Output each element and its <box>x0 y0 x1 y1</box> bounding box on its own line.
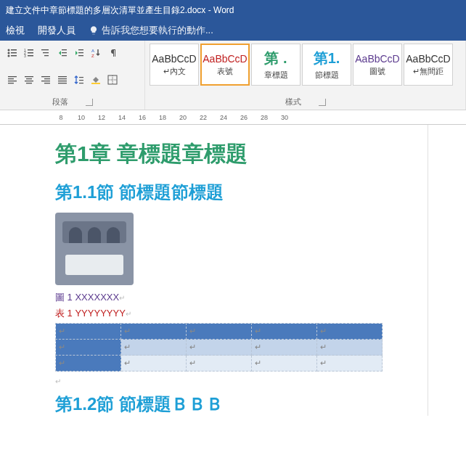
table-cell[interactable]: ↵ <box>187 340 252 356</box>
table-cell[interactable]: ↵ <box>187 324 252 340</box>
align-right-button[interactable] <box>38 72 54 88</box>
table-cell[interactable]: ↵ <box>252 340 317 356</box>
svg-rect-42 <box>91 83 100 84</box>
numbering-button[interactable]: 123 <box>21 45 37 61</box>
table-cell[interactable]: ↵ <box>56 324 121 340</box>
table-row: ↵↵↵↵↵ <box>56 340 383 356</box>
tell-me-search[interactable]: 告訴我您想要執行的動作... <box>89 24 213 37</box>
table-row: ↵↵↵↵↵ <box>56 356 383 372</box>
svg-rect-19 <box>78 52 83 53</box>
style-name: ↵無間距 <box>413 66 443 77</box>
svg-rect-26 <box>8 83 14 83</box>
ruler-tick: 10 <box>71 114 91 121</box>
svg-rect-40 <box>79 80 83 81</box>
image-placeholder[interactable] <box>55 213 134 285</box>
sort-button[interactable]: AZ <box>88 45 104 61</box>
style-tile-3[interactable]: 第1.節標題 <box>302 44 351 86</box>
styles-gallery[interactable]: AaBbCcD↵內文AaBbCcD表號第 .章標題第1.節標題AaBbCcD圖號… <box>148 42 462 87</box>
line-spacing-button[interactable] <box>71 72 87 88</box>
figure-caption[interactable]: 圖 1 XXXXXXX↵ <box>55 291 466 304</box>
table-cell[interactable]: ↵ <box>56 356 121 372</box>
align-left-button[interactable] <box>4 72 20 88</box>
table-cell[interactable]: ↵ <box>121 324 187 340</box>
paragraph-buttons-row2 <box>3 69 142 91</box>
table-cell[interactable]: ↵ <box>56 340 121 356</box>
table-cell[interactable]: ↵ <box>121 356 187 372</box>
ruler-tick: 8 <box>51 114 71 121</box>
ruler-tick: 12 <box>91 114 112 121</box>
svg-rect-25 <box>8 81 17 81</box>
styles-dialog-launcher[interactable] <box>319 99 326 106</box>
table-cell[interactable]: ↵ <box>252 356 317 372</box>
svg-rect-11 <box>28 55 33 57</box>
svg-rect-15 <box>62 49 67 50</box>
document-body[interactable]: 第1章 章標題章標題 第1.1節 節標題節標題 圖 1 XXXXXXX↵ 表 1… <box>0 125 466 416</box>
heading-1[interactable]: 第1章 章標題章標題 <box>55 139 466 169</box>
table-cell[interactable]: ↵ <box>121 340 187 356</box>
style-tile-1[interactable]: AaBbCcD表號 <box>200 44 250 86</box>
svg-rect-30 <box>26 83 32 83</box>
horizontal-ruler[interactable]: 81012141618202224262830 <box>0 110 466 125</box>
decrease-indent-button[interactable] <box>54 45 70 61</box>
table-cell[interactable]: ↵ <box>317 356 383 372</box>
ribbon: 123 AZ 段落 AaBbCcD↵內文AaBbCcD表號第 .章標題第1.節標… <box>0 41 466 110</box>
borders-button[interactable] <box>105 72 120 88</box>
style-tile-5[interactable]: AaBbCcD↵無間距 <box>404 44 453 86</box>
svg-rect-29 <box>25 81 33 81</box>
group-paragraph: 123 AZ 段落 <box>0 41 145 110</box>
style-tile-4[interactable]: AaBbCcD圖號 <box>353 44 402 86</box>
bullets-button[interactable] <box>4 45 20 61</box>
style-preview: AaBbCcD <box>152 53 196 65</box>
style-preview: 第1. <box>314 49 340 68</box>
ruler-tick: 16 <box>132 114 152 121</box>
heading-2-a[interactable]: 第1.1節 節標題節標題 <box>55 181 466 204</box>
svg-rect-18 <box>78 49 83 50</box>
justify-button[interactable] <box>54 72 70 88</box>
heading-2-b[interactable]: 第1.2節 節標題ＢＢＢ <box>55 393 466 416</box>
show-marks-button[interactable] <box>105 45 120 61</box>
ruler-tick: 30 <box>274 114 295 121</box>
style-name: 表號 <box>217 66 233 77</box>
svg-point-2 <box>8 52 10 54</box>
svg-rect-38 <box>58 83 67 83</box>
lightbulb-icon <box>89 25 99 36</box>
sample-table[interactable]: ↵↵↵↵↵↵↵↵↵↵↵↵↵↵↵ <box>55 323 383 372</box>
svg-rect-27 <box>25 76 33 77</box>
table-cell[interactable]: ↵ <box>317 324 383 340</box>
group-label-paragraph: 段落 <box>3 96 142 110</box>
tab-view[interactable]: 檢視 <box>6 24 25 37</box>
ruler-tick: 14 <box>112 114 132 121</box>
svg-rect-23 <box>8 76 17 77</box>
table-row: ↵↵↵↵↵ <box>56 324 383 340</box>
align-center-button[interactable] <box>21 72 37 88</box>
svg-rect-9 <box>28 52 33 54</box>
shading-button[interactable] <box>88 72 104 88</box>
style-tile-0[interactable]: AaBbCcD↵內文 <box>150 44 199 86</box>
tab-developer[interactable]: 開發人員 <box>38 24 75 37</box>
style-preview: AaBbCcD <box>203 53 247 65</box>
table-cell[interactable]: ↵ <box>187 356 252 372</box>
ruler-tick: 20 <box>173 114 193 121</box>
group-label-styles: 樣式 <box>148 96 462 110</box>
style-name: 圖號 <box>369 66 385 77</box>
style-tile-2[interactable]: 第 .章標題 <box>251 44 301 86</box>
table-caption[interactable]: 表 1 YYYYYYYY↵ <box>55 307 466 320</box>
table-cell[interactable]: ↵ <box>252 324 317 340</box>
paragraph-buttons-row1: 123 AZ <box>3 42 142 64</box>
image-decor-top <box>62 221 126 243</box>
style-preview: AaBbCcD <box>355 53 399 65</box>
increase-indent-button[interactable] <box>71 45 87 61</box>
style-name: 節標題 <box>315 70 339 81</box>
paragraph-dialog-launcher[interactable] <box>86 99 93 106</box>
multilevel-list-button[interactable] <box>38 45 54 61</box>
svg-rect-1 <box>11 49 17 51</box>
svg-rect-5 <box>11 55 17 57</box>
svg-rect-31 <box>41 76 50 77</box>
svg-rect-14 <box>44 55 49 56</box>
image-decor-bottom <box>65 255 123 275</box>
table-cell[interactable]: ↵ <box>317 340 383 356</box>
svg-rect-17 <box>62 55 67 56</box>
svg-rect-28 <box>26 78 32 79</box>
tell-me-placeholder: 告訴我您想要執行的動作... <box>102 24 213 37</box>
style-name: 章標題 <box>264 70 288 81</box>
